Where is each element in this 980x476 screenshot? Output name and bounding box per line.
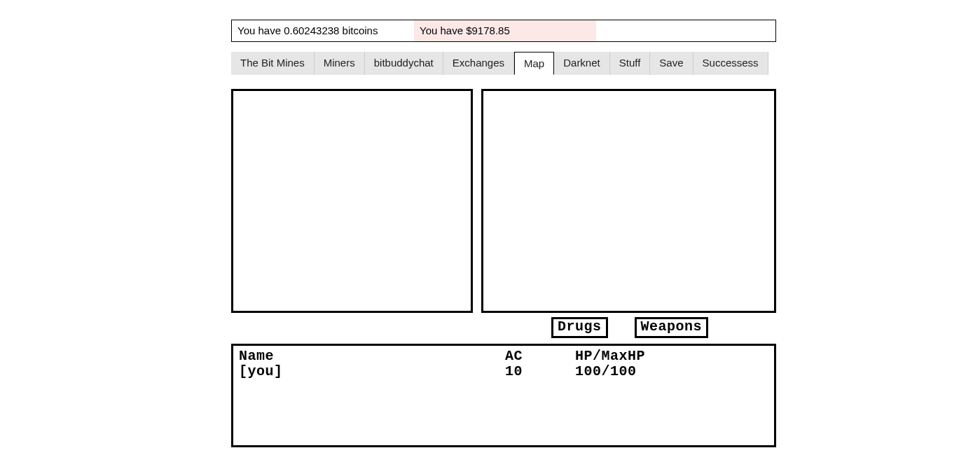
bitcoin-status: You have 0.60243238 bitcoins (232, 20, 414, 41)
stats-header-row: Name AC HP/MaxHP (239, 349, 768, 364)
cell-ac: 10 (505, 364, 575, 379)
tab-exchanges[interactable]: Exchanges (443, 52, 514, 75)
tab-stuff[interactable]: Stuff (610, 52, 651, 75)
tab-save[interactable]: Save (650, 52, 693, 75)
tab-successess[interactable]: Successess (693, 52, 768, 75)
tab-bit-mines[interactable]: The Bit Mines (231, 52, 315, 75)
cell-hp: 100/100 (575, 364, 768, 379)
weapons-button[interactable]: Weapons (635, 317, 709, 338)
tab-bitbuddychat[interactable]: bitbuddychat (365, 52, 443, 75)
header-ac: AC (505, 349, 575, 364)
header-hp: HP/MaxHP (575, 349, 768, 364)
tab-darknet[interactable]: Darknet (554, 52, 610, 75)
drugs-button[interactable]: Drugs (551, 317, 608, 338)
stats-row-you: [you] 10 100/100 (239, 364, 768, 379)
map-pane-right (481, 89, 776, 313)
tab-bar: The Bit Mines Miners bitbuddychat Exchan… (231, 52, 776, 75)
map-pane-left (231, 89, 473, 313)
cell-name: [you] (239, 364, 505, 379)
status-bar: You have 0.60243238 bitcoins You have $9… (231, 20, 776, 42)
header-name: Name (239, 349, 505, 364)
money-status: You have $9178.85 (414, 20, 596, 41)
tab-map[interactable]: Map (514, 52, 554, 75)
stats-panel: Name AC HP/MaxHP [you] 10 100/100 (231, 344, 776, 447)
tab-miners[interactable]: Miners (315, 52, 365, 75)
